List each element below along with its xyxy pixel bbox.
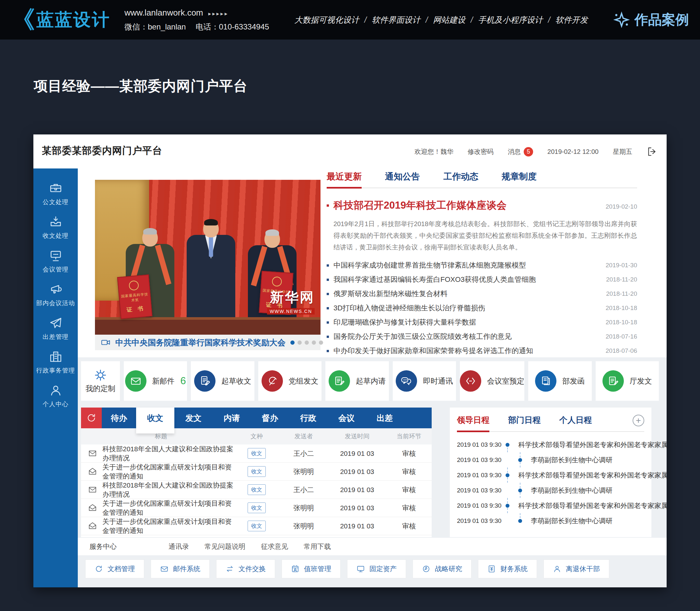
task-tab-4[interactable]: 督办 [251,407,289,428]
news-list-item[interactable]: 印尼珊瑚礁保护与修复计划获得大量科学数据2018-10-18 [327,315,637,329]
app-shortcut-6[interactable]: 战略研究 [412,560,471,578]
carousel-dot-3[interactable] [305,341,309,345]
quick-action-circle [396,370,417,392]
quick-action-8[interactable]: 部发函 [528,361,592,401]
add-schedule-button[interactable]: + [632,415,644,426]
todo-label[interactable]: 待办 [102,407,136,428]
news-list-item[interactable]: 国务院办公厅关于加强三级公立医院绩效考核工作的意见2018-07-16 [327,329,637,344]
quick-action-label: 厅发文 [630,376,652,386]
schedule-item[interactable]: 2019 01 03 9:30科学技术部领导看望外国老专家和外国老专家家属 [457,467,644,483]
task-tab-6[interactable]: 会议 [327,407,366,428]
service-link-1[interactable]: 通讯录 [169,543,189,550]
nav-item-2[interactable]: 软件界面设计 [372,15,420,24]
column-header-5: 当前环节 [386,432,432,441]
row-step: 审核 [386,467,432,476]
carousel-dot-2[interactable] [297,341,302,345]
carousel-dot-5[interactable] [319,341,323,345]
plane-icon [49,316,62,330]
news-list-item[interactable]: 3D打印植入物促进神经细胞生长以治疗脊髓损伤2018-10-18 [327,301,637,315]
news-tab-4[interactable]: 规章制度 [502,171,537,189]
schedule-item[interactable]: 2019 01 03 9:30科学技术部领导看望外国老专家和外国老专家家属 [457,437,644,452]
wechat-label: 微信：ben_lanlan [125,23,186,31]
carousel-dot-4[interactable] [312,341,316,345]
messages-link[interactable]: 消息 5 [508,147,533,157]
news-tab-1[interactable]: 最近更新 [327,171,362,189]
sidebar-item-5[interactable]: 出差管理 [43,316,69,341]
quick-action-9[interactable]: 厅发文 [596,361,659,401]
nav-item-4[interactable]: 手机及小程序设计 [478,15,543,24]
sidebar-item-6[interactable]: 行政事务管理 [36,350,75,375]
news-tab-3[interactable]: 工作动态 [443,171,478,189]
task-tab-3[interactable]: 内请 [213,407,251,428]
news-list-item[interactable]: 俄罗斯研发出新型纳米磁性复合材料2018-11-20 [327,287,637,301]
schedule-item-datetime: 2019 01 03 9:30 [457,502,501,509]
portfolio-link[interactable]: 作品案例 [613,11,689,29]
schedule-item[interactable]: 2019 01 03 9:30李萌副部长到生物中心调研 [457,483,644,498]
task-tab-5[interactable]: 行政 [289,407,327,428]
task-tab-2[interactable]: 发文 [174,407,213,428]
app-shortcut-1[interactable]: 文档管理 [85,560,144,578]
schedule-tab-2[interactable]: 部门日程 [508,415,541,432]
sidebar-item-1[interactable]: 公文处理 [43,181,69,206]
news-list-item[interactable]: 中国科学家成功创建世界首批生物节律紊乱体细胞克隆猴模型2019-01-30 [327,258,637,272]
timeline-dot [501,498,514,513]
service-link-2[interactable]: 常见问题说明 [204,543,245,550]
carousel-caption[interactable]: 中共中央国务院隆重举行国家科学技术奖励大会 [115,337,286,348]
table-row[interactable]: 关于进一步优化国家重点研发计划项目和资金管理的通知收文张明明2019 01 03… [81,517,432,535]
change-password-link[interactable]: 修改密码 [468,147,494,156]
sidebar-item-4[interactable]: 部内会议活动 [36,283,75,308]
logo[interactable]: 《 蓝蓝设计 [11,8,110,32]
app-shortcut-7[interactable]: 财务系统 [478,560,537,578]
quick-action-6[interactable]: 即时通讯 [393,361,456,401]
table-row[interactable]: 关于进一步优化国家重点研发计划项目和资金管理的通知收文张明明2019 01 03… [81,499,432,517]
chat-icon [400,375,412,387]
carousel-dot-1[interactable] [290,341,295,345]
sidebar-item-2[interactable]: 收文处理 [43,215,69,240]
schedule-item[interactable]: 2019 01 03 9:30科学技术部领导看望外国老专家和外国老专家家属 [457,498,644,513]
schedule-item-datetime: 2019 01 03 9:30 [457,517,514,524]
sidebar-item-3[interactable]: 会议管理 [43,249,69,274]
table-row[interactable]: 关于进一步优化国家重点研发计划项目和资金管理的通知收文张明明2019 01 03… [81,463,432,481]
news-headline[interactable]: 科技部召开2019年科技工作媒体座谈会 2019-02-10 [327,198,637,212]
nav-item-3[interactable]: 网站建设 [433,15,465,24]
app-shortcut-5[interactable]: 固定资产 [347,560,406,578]
table-row[interactable]: 科技部2018年全国人大建议和全国政协提案办理情况收文王小二2019 01 03… [81,481,432,499]
sidebar-item-label: 个人中心 [43,400,69,408]
news-tab-2[interactable]: 通知公告 [385,171,420,189]
schedule-tab-1[interactable]: 领导日程 [457,415,489,432]
app-shortcut-4[interactable]: 值班管理 [282,560,340,578]
task-tab-7[interactable]: 出差 [366,407,404,428]
news-item-title: 国务院办公厅关于加强三级公立医院绩效考核工作的意见 [334,332,512,341]
row-sender: 王小二 [279,449,328,458]
app-shortcut-2[interactable]: 邮件系统 [151,560,210,578]
logout-icon[interactable] [646,146,658,157]
schedule-item[interactable]: 2019 01 03 9:30李萌副部长到生物中心调研 [457,452,644,467]
table-header: 标题文种发送者发送时间当前环节 [81,428,432,445]
news-list-item[interactable]: 我国科学家通过基因编辑长寿蛋白FOXO3获得优质人类血管细胞2018-11-20 [327,272,637,287]
sidebar-item-7[interactable]: 个人中心 [43,384,69,408]
carousel-photo[interactable]: 国家最高科学技术奖证 书 国家最高科学技术奖证 书 新华网 WWW.NEWS.C… [95,180,321,335]
schedule-tab-3[interactable]: 个人日程 [559,415,592,432]
quick-action-7[interactable]: 会议室预定 [460,361,524,401]
news-list-item[interactable]: 中办印发关于做好国家勋章和国家荣誉称号提名评选工作的通知2018-07-06 [327,344,637,358]
quick-action-label: 我的定制 [86,384,115,393]
nav-item-1[interactable]: 大数据可视化设计 [294,15,359,24]
app-shortcut-8[interactable]: 离退休干部 [543,560,609,578]
task-tab-1[interactable]: 收文 [136,407,174,433]
quick-action-1[interactable]: 我的定制 [81,361,120,401]
service-link-3[interactable]: 征求意见 [261,543,288,550]
app-shortcut-3[interactable]: 文件交换 [216,560,275,578]
portal-title: 某部委某部委内网门户平台 [42,144,162,158]
todo-icon-block[interactable] [81,407,102,428]
row-title-cell: 关于进一步优化国家重点研发计划项目和资金管理的通知 [81,463,234,481]
service-link-4[interactable]: 常用下载 [304,543,331,550]
nav-item-5[interactable]: 软件开发 [555,15,588,24]
table-row[interactable]: 科技部2018年全国人大建议和全国政协提案办理情况收文王小二2019 01 03… [81,445,432,463]
services-links: 通讯录常见问题说明征求意见常用下载 [169,542,347,551]
quick-action-4[interactable]: 党组发文 [258,361,321,401]
schedule-item[interactable]: 2019 01 03 9:30李萌副部长到生物中心调研 [457,513,644,528]
quick-action-5[interactable]: 起草内请 [325,361,389,401]
quick-action-3[interactable]: 起草收文 [191,361,254,401]
row-doc-type-cell: 收文 [234,503,279,513]
quick-action-2[interactable]: 新邮件6 [124,361,187,401]
